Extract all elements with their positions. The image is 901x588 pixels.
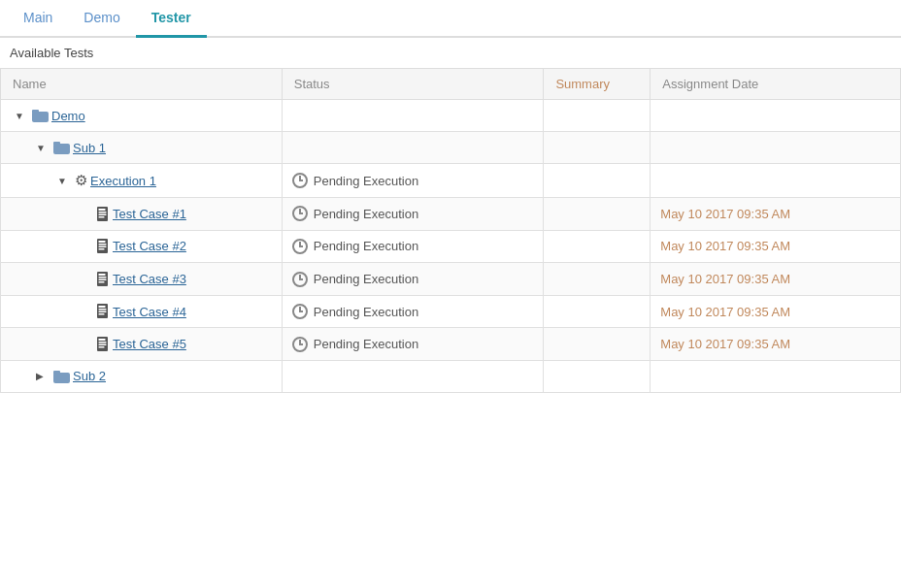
- node-name[interactable]: Test Case #2: [113, 239, 186, 253]
- svg-rect-12: [99, 246, 107, 248]
- document-icon: [96, 239, 113, 255]
- tab-bar: Main Demo Tester: [0, 0, 901, 38]
- date-cell: May 10 2017 09:35 AM: [651, 198, 901, 231]
- tab-tester[interactable]: Tester: [136, 0, 207, 38]
- clock-icon: [292, 337, 308, 352]
- status-cell: [282, 132, 544, 164]
- col-header-status: Status: [282, 69, 544, 100]
- tab-demo[interactable]: Demo: [68, 0, 135, 38]
- clock-icon: [292, 173, 308, 188]
- status-text: Pending Execution: [314, 305, 418, 319]
- clock-icon: [292, 272, 308, 287]
- status-cell: Pending Execution: [282, 164, 544, 198]
- status-cell: [282, 360, 544, 392]
- document-icon: [96, 336, 113, 352]
- col-header-name: Name: [1, 69, 283, 100]
- node-name[interactable]: Sub 1: [73, 141, 106, 155]
- date-cell: May 10 2017 09:35 AM: [651, 263, 901, 296]
- folder-icon: [32, 108, 51, 123]
- date-cell: [651, 100, 901, 132]
- col-header-summary: Summary: [544, 69, 651, 100]
- svg-rect-25: [99, 339, 106, 341]
- svg-rect-23: [99, 313, 105, 315]
- status-text: Pending Execution: [314, 207, 418, 221]
- status-text: Pending Execution: [314, 337, 418, 351]
- date-cell: May 10 2017 09:35 AM: [651, 230, 901, 263]
- tree-toggle[interactable]: [57, 176, 71, 186]
- date-cell: May 10 2017 09:35 AM: [651, 295, 901, 328]
- svg-rect-7: [99, 213, 107, 215]
- status-cell: Pending Execution: [282, 230, 544, 263]
- svg-rect-22: [99, 311, 107, 313]
- summary-cell: [544, 263, 651, 296]
- svg-rect-27: [99, 343, 107, 345]
- summary-cell: [544, 164, 651, 198]
- svg-rect-16: [99, 277, 107, 278]
- clock-icon: [292, 206, 308, 221]
- svg-rect-1: [32, 110, 39, 114]
- svg-rect-5: [99, 209, 106, 211]
- document-icon: [96, 206, 113, 222]
- svg-rect-17: [99, 278, 107, 280]
- svg-rect-18: [99, 281, 105, 283]
- svg-rect-10: [99, 241, 106, 243]
- summary-cell: [544, 295, 651, 328]
- tree-toggle[interactable]: [36, 143, 50, 153]
- svg-rect-8: [99, 216, 105, 218]
- table-row: Sub 2: [1, 360, 901, 392]
- folder-icon: [53, 140, 73, 155]
- table-row: Demo: [1, 100, 901, 132]
- table-row: Test Case #1 Pending ExecutionMay 10 201…: [1, 198, 901, 231]
- date-cell: [651, 164, 901, 198]
- table-row: Test Case #4 Pending ExecutionMay 10 201…: [1, 295, 901, 328]
- svg-rect-21: [99, 309, 107, 310]
- svg-rect-30: [53, 371, 60, 375]
- node-name[interactable]: Execution 1: [90, 174, 156, 188]
- date-cell: [651, 132, 901, 164]
- date-cell: May 10 2017 09:35 AM: [651, 328, 901, 361]
- available-tests-table: Name Status Summary Assignment Date Demo…: [0, 68, 901, 393]
- svg-rect-6: [99, 212, 107, 213]
- summary-cell: [544, 198, 651, 231]
- col-header-date: Assignment Date: [651, 69, 901, 100]
- status-cell: Pending Execution: [282, 295, 544, 328]
- status-cell: Pending Execution: [282, 198, 544, 231]
- node-name[interactable]: Test Case #4: [113, 305, 186, 319]
- svg-rect-20: [99, 306, 106, 308]
- svg-rect-11: [99, 244, 107, 245]
- svg-rect-3: [53, 142, 60, 146]
- document-icon: [96, 271, 113, 287]
- tab-main[interactable]: Main: [8, 0, 68, 38]
- status-cell: Pending Execution: [282, 328, 544, 361]
- table-row: ⚙Execution 1 Pending Execution: [1, 164, 901, 198]
- summary-cell: [544, 100, 651, 132]
- status-cell: [282, 100, 544, 132]
- svg-rect-26: [99, 342, 107, 343]
- date-cell: [651, 360, 901, 392]
- table-row: Test Case #2 Pending ExecutionMay 10 201…: [1, 230, 901, 263]
- summary-cell: [544, 328, 651, 361]
- tree-toggle[interactable]: [15, 111, 28, 121]
- folder-icon: [53, 369, 73, 384]
- svg-rect-28: [99, 346, 105, 348]
- node-name[interactable]: Test Case #1: [113, 207, 186, 221]
- node-name[interactable]: Test Case #3: [113, 272, 186, 286]
- svg-rect-13: [99, 248, 105, 250]
- summary-cell: [544, 360, 651, 392]
- table-row: Sub 1: [1, 132, 901, 164]
- node-name[interactable]: Demo: [51, 109, 85, 123]
- svg-rect-15: [99, 274, 106, 276]
- summary-cell: [544, 132, 651, 164]
- status-text: Pending Execution: [314, 239, 418, 253]
- status-cell: Pending Execution: [282, 263, 544, 296]
- status-text: Pending Execution: [314, 174, 418, 188]
- tree-toggle[interactable]: [36, 371, 50, 381]
- table-header-row: Name Status Summary Assignment Date: [1, 69, 901, 100]
- gear-icon: ⚙: [75, 172, 87, 189]
- section-label: Available Tests: [0, 38, 901, 68]
- clock-icon: [292, 239, 308, 254]
- node-name[interactable]: Sub 2: [73, 369, 106, 383]
- node-name[interactable]: Test Case #5: [113, 337, 186, 351]
- summary-cell: [544, 230, 651, 263]
- document-icon: [96, 304, 113, 320]
